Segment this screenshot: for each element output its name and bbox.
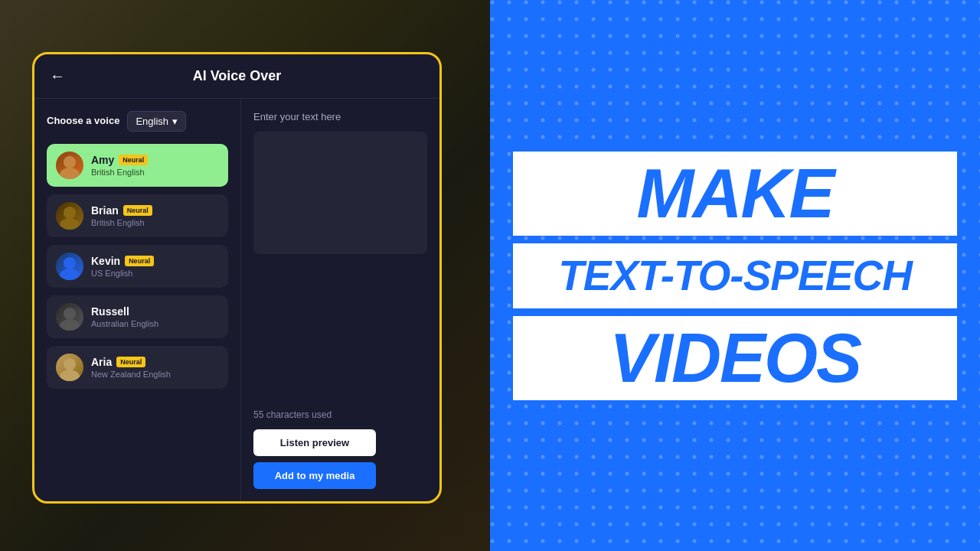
app-window: ← AI Voice Over Choose a voice English ▾ <box>32 52 442 504</box>
svg-point-4 <box>64 207 76 219</box>
voice-item-aria[interactable]: Aria Neural New Zealand English <box>47 346 228 389</box>
voice-info-kevin: Kevin Neural US English <box>91 255 219 278</box>
avatar-aria <box>56 354 83 381</box>
voice-lang-russell: Australian English <box>91 319 219 328</box>
voice-name-aria: Aria <box>91 356 112 368</box>
text-panel: Enter your text here Hi! My name is Amy.… <box>241 99 439 501</box>
svg-point-2 <box>64 156 76 168</box>
svg-point-6 <box>64 257 76 269</box>
right-overlay: MAKE TEXT-TO-SPEECH VIDEOS <box>490 0 980 551</box>
voice-name-amy: Amy <box>91 154 114 166</box>
back-button[interactable]: ← <box>50 67 65 85</box>
voice-name-row-aria: Aria Neural <box>91 356 219 368</box>
svg-point-10 <box>64 358 76 370</box>
avatar-brian <box>56 202 83 230</box>
choose-voice-label: Choose a voice <box>47 115 119 128</box>
svg-point-7 <box>60 269 80 280</box>
voice-info-brian: Brian Neural British English <box>91 204 219 227</box>
add-to-media-button[interactable]: Add to my media <box>253 462 376 489</box>
voice-item-amy[interactable]: Amy Neural British English <box>47 144 228 187</box>
voice-info-aria: Aria Neural New Zealand English <box>91 356 219 379</box>
voice-lang-aria: New Zealand English <box>91 370 219 379</box>
headline-tts: TEXT-TO-SPEECH <box>513 243 957 308</box>
voice-item-kevin[interactable]: Kevin Neural US English <box>47 245 228 288</box>
char-count: 55 characters used <box>253 409 427 420</box>
neural-badge-brian: Neural <box>123 205 152 216</box>
voice-name-row-amy: Amy Neural <box>91 154 219 166</box>
voice-name-russell: Russell <box>91 305 129 318</box>
neural-badge-kevin: Neural <box>125 256 154 266</box>
text-input[interactable] <box>253 132 427 254</box>
voice-info-russell: Russell Australian English <box>91 305 219 328</box>
neural-badge-amy: Neural <box>119 155 148 165</box>
voice-item-russell[interactable]: Russell Australian English <box>47 295 228 338</box>
avatar-amy <box>56 152 83 179</box>
voice-name-row-kevin: Kevin Neural <box>91 255 219 267</box>
voice-lang-amy: British English <box>91 168 219 177</box>
svg-point-3 <box>60 168 80 179</box>
headline-make: MAKE <box>513 152 957 236</box>
avatar-kevin <box>56 253 83 280</box>
svg-point-5 <box>60 218 80 230</box>
voice-name-brian: Brian <box>91 204 119 217</box>
svg-point-9 <box>60 319 80 331</box>
headline-videos: VIDEOS <box>513 316 957 400</box>
voice-item-brian[interactable]: Brian Neural British English <box>47 194 228 237</box>
app-title: AI Voice Over <box>193 68 282 84</box>
voice-name-row-brian: Brian Neural <box>91 204 219 217</box>
voice-name-kevin: Kevin <box>91 255 120 267</box>
svg-point-11 <box>60 370 80 381</box>
voice-info-amy: Amy Neural British English <box>91 154 219 177</box>
app-content: Choose a voice English ▾ Amy Neural Brit… <box>34 99 439 501</box>
text-area-wrapper: Hi! My name is Amy. I will read any text… <box>253 132 427 394</box>
language-value: English <box>136 116 168 127</box>
language-select[interactable]: English ▾ <box>127 111 186 132</box>
avatar-russell <box>56 303 83 331</box>
listen-preview-button[interactable]: Listen preview <box>253 429 376 456</box>
voice-name-row-russell: Russell <box>91 305 219 318</box>
neural-badge-aria: Neural <box>116 357 145 367</box>
voices-panel: Choose a voice English ▾ Amy Neural Brit… <box>34 99 241 501</box>
buttons-row: Listen preview Add to my media <box>253 429 427 489</box>
voice-lang-brian: British English <box>91 218 219 227</box>
chevron-down-icon: ▾ <box>172 116 178 127</box>
voice-lang-kevin: US English <box>91 269 219 278</box>
app-header: ← AI Voice Over <box>34 54 439 99</box>
text-input-label: Enter your text here <box>253 111 427 122</box>
svg-point-8 <box>64 308 76 320</box>
voice-header: Choose a voice English ▾ <box>47 111 228 132</box>
